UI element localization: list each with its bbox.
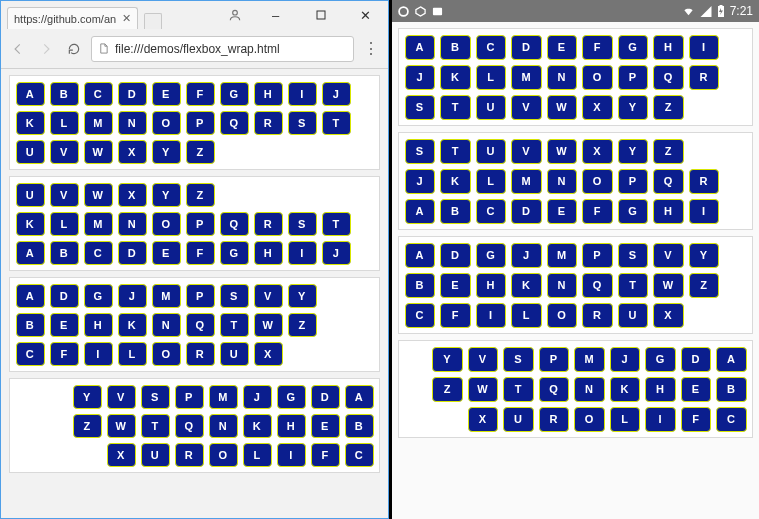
battery-icon <box>717 5 725 17</box>
panel-row: BEHKNQTWZ <box>13 310 376 339</box>
close-tab-icon[interactable]: ✕ <box>122 12 131 25</box>
back-button[interactable] <box>7 38 29 60</box>
panel-row: XUROLIFC <box>402 404 749 434</box>
letter-cell: E <box>152 241 181 265</box>
letter-cell: W <box>547 139 578 164</box>
letter-cell: X <box>653 303 684 328</box>
letter-cell: P <box>618 65 649 90</box>
letter-cell: J <box>322 82 351 106</box>
letter-cell: O <box>152 342 181 366</box>
letter-cell: R <box>254 212 283 236</box>
letter-cell: D <box>50 284 79 308</box>
letter-cell: P <box>186 111 215 135</box>
letter-cell: C <box>476 199 507 224</box>
letter-cell: F <box>440 303 471 328</box>
browser-chrome: https://github.com/an ✕ – ✕ <box>1 1 388 69</box>
letter-cell: P <box>539 347 570 372</box>
letter-cell: R <box>254 111 283 135</box>
letter-cell: U <box>476 95 507 120</box>
letter-cell: K <box>118 313 147 337</box>
browser-menu-button[interactable]: ⋮ <box>360 38 382 60</box>
letter-cell: G <box>618 199 649 224</box>
letter-cell: I <box>277 443 306 467</box>
letter-cell: X <box>118 183 147 207</box>
letter-cell: C <box>84 82 113 106</box>
letter-cell: N <box>118 111 147 135</box>
letter-cell: I <box>476 303 507 328</box>
letter-cell: I <box>288 241 317 265</box>
letter-cell: B <box>50 241 79 265</box>
letter-cell: Y <box>618 139 649 164</box>
close-icon: ✕ <box>360 8 371 23</box>
panel-row: XUROLIFC <box>13 440 376 469</box>
flex-panel-cols-rev: YVSPMJGDAZWTQNKHEBXUROLIFC <box>398 340 753 438</box>
letter-cell: Q <box>175 414 204 438</box>
letter-cell: H <box>84 313 113 337</box>
letter-cell: P <box>186 284 215 308</box>
svg-point-2 <box>399 7 408 16</box>
letter-cell: H <box>645 377 676 402</box>
letter-cell: V <box>511 95 542 120</box>
letter-cell: B <box>50 82 79 106</box>
letter-cell: Q <box>582 273 613 298</box>
address-bar[interactable]: file:///demos/flexbox_wrap.html <box>91 36 354 62</box>
letter-cell: L <box>50 111 79 135</box>
letter-cell: G <box>476 243 507 268</box>
letter-cell: Y <box>152 140 181 164</box>
close-window-button[interactable]: ✕ <box>343 1 388 29</box>
letter-cell: C <box>16 342 45 366</box>
letter-cell: A <box>405 199 436 224</box>
letter-cell: A <box>716 347 747 372</box>
letter-cell: Z <box>432 377 463 402</box>
letter-cell: W <box>84 140 113 164</box>
letter-cell: K <box>440 169 471 194</box>
profile-icon[interactable] <box>217 1 253 29</box>
letter-cell: A <box>16 241 45 265</box>
letter-cell: J <box>118 284 147 308</box>
letter-cell: L <box>610 407 641 432</box>
browser-page: ABCDEFGHIJKLMNOPQRSTUVWXYZ ABCDEFGHIJKLM… <box>1 69 388 518</box>
panel-row: ADGJMPSVY <box>402 240 749 270</box>
letter-cell: C <box>716 407 747 432</box>
letter-cell: K <box>16 111 45 135</box>
letter-cell: P <box>186 212 215 236</box>
letter-cell: N <box>547 273 578 298</box>
letter-cell: Z <box>653 139 684 164</box>
letter-cell: I <box>288 82 317 106</box>
letter-cell: P <box>175 385 204 409</box>
letter-cell: B <box>405 273 436 298</box>
letter-cell: L <box>476 65 507 90</box>
letter-cell: C <box>345 443 374 467</box>
letter-cell: E <box>440 273 471 298</box>
page-icon <box>98 42 109 55</box>
letter-cell: S <box>288 212 317 236</box>
letter-cell: P <box>582 243 613 268</box>
letter-cell: G <box>618 35 649 60</box>
browser-tab[interactable]: https://github.com/an ✕ <box>7 7 138 29</box>
flex-panel-cols: ADGJMPSVYBEHKNQTWZCFILORUX <box>398 236 753 334</box>
letter-cell: E <box>681 377 712 402</box>
letter-cell: D <box>511 199 542 224</box>
address-bar-row: file:///demos/flexbox_wrap.html ⋮ <box>1 29 388 68</box>
tab-strip: https://github.com/an ✕ <box>7 7 162 29</box>
letter-cell: F <box>311 443 340 467</box>
letter-cell: T <box>322 111 351 135</box>
letter-cell: O <box>209 443 238 467</box>
minimize-button[interactable]: – <box>253 1 298 29</box>
letter-cell: R <box>186 342 215 366</box>
letter-cell: H <box>653 199 684 224</box>
maximize-button[interactable] <box>298 1 343 29</box>
wifi-icon <box>682 6 695 17</box>
letter-cell: D <box>440 243 471 268</box>
reload-button[interactable] <box>63 38 85 60</box>
new-tab-button[interactable] <box>144 13 162 29</box>
letter-cell: E <box>152 82 181 106</box>
letter-cell: M <box>84 212 113 236</box>
letter-cell: N <box>118 212 147 236</box>
letter-cell: S <box>503 347 534 372</box>
letter-cell: P <box>618 169 649 194</box>
letter-cell: M <box>574 347 605 372</box>
svg-rect-1 <box>317 11 325 19</box>
letter-cell: Y <box>288 284 317 308</box>
forward-button[interactable] <box>35 38 57 60</box>
